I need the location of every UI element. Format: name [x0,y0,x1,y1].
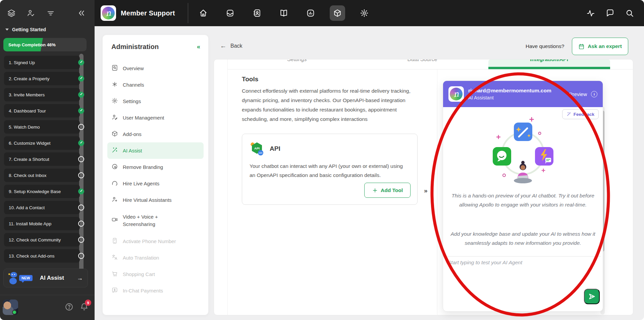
setup-completion-percent: 46% [47,42,56,47]
sidebar-footer: 9 [0,295,95,320]
api-hexagon-icon: API </> [250,141,264,156]
step-watch-demo[interactable]: 5. Watch Demo [4,120,80,134]
tab-data-source[interactable]: Data Source [408,59,437,62]
overview-icon [111,64,118,72]
collapse-panel-icon[interactable]: « [197,43,200,50]
active-tab-underline [488,67,610,69]
api-card-description: Your chatbot can interact with any API (… [250,162,410,180]
menu-item-settings[interactable]: Settings [107,93,204,109]
plus-icon [372,187,378,193]
ai-bot-illustration [483,116,563,189]
step-check-inbox[interactable]: 8. Check out Inbox [4,169,80,182]
sidebar-toolbar [0,0,95,26]
robot-icon [8,271,18,285]
getting-started-list: 1. Signed Up 2. Create a Property 3. Inv… [4,56,80,265]
collapse-sidebar-icon[interactable] [77,9,86,17]
step-status-icon [78,124,84,130]
notification-count-badge: 9 [85,300,91,306]
step-dashboard-tour[interactable]: 4. Dashboard Tour [4,104,80,118]
menu-item-shopping-cart[interactable]: Shopping Cart [107,266,204,282]
arrow-right-icon: → [77,275,83,282]
step-signed-up[interactable]: 1. Signed Up [4,56,80,69]
menu-item-ai-assist[interactable]: AI Assist [107,142,204,159]
step-create-property[interactable]: 2. Create a Property [4,72,80,85]
menu-item-remove-branding[interactable]: Remove Branding [107,159,204,175]
chat-account-email: richard@membermomentum.com [468,88,551,94]
topbar: n Member Support [95,0,644,26]
home-icon[interactable] [196,5,211,21]
menu-item-user-management[interactable]: User Management [107,109,204,126]
main-area: Administration « Overview Channels Setti… [95,26,644,320]
activity-icon[interactable] [586,9,595,17]
online-status-dot [12,310,17,315]
chat-assistant-name: AI Assistant [468,95,551,100]
feedback-button[interactable]: Feedback [562,109,599,119]
menu-item-activate-phone-number[interactable]: Activate Phone Number [107,233,204,249]
ask-an-expert-button[interactable]: Ask an expert [572,38,628,55]
menu-item-in-chat-payments[interactable]: In-Chat Payments [107,282,204,299]
menu-item-video-voice-screensharing[interactable]: Video + Voice + Screensharing [107,208,204,233]
brand[interactable]: n Member Support [101,5,175,21]
tab-integration-api[interactable]: Integration/API [530,59,568,62]
step-status-icon [78,221,84,227]
contacts-icon[interactable] [249,5,265,21]
filter-icon[interactable] [46,9,55,17]
tab-bar: Settings Data Source Integration/API [214,59,633,69]
person-check-icon[interactable] [26,9,35,17]
remove-branding-icon [111,163,118,171]
step-check-community[interactable]: 12. Check out Community [4,233,80,246]
step-invite-members[interactable]: 3. Invite Members [4,88,80,101]
send-message-button[interactable] [584,289,600,304]
step-status-icon [78,237,84,243]
info-icon[interactable]: i [591,91,597,97]
api-card-title: API [270,145,280,152]
translate-icon [111,254,118,262]
step-status-icon [78,59,84,65]
step-check-addons[interactable]: 13. Check out Add-ons [4,249,80,263]
channels-icon [111,81,118,89]
tools-description: Connect effortlessly with external platf… [242,86,419,124]
step-add-contact[interactable]: 10. Add a Contact [4,201,80,214]
reports-icon[interactable] [303,5,318,21]
chat-bubble-icon[interactable] [606,9,614,17]
getting-started-header[interactable]: Getting Started [5,27,46,32]
pane-divider [437,69,437,315]
menu-item-hire-live-agents[interactable]: Hire Live Agents [107,175,204,192]
settings-gear-icon[interactable] [357,5,372,21]
back-button[interactable]: ← Back [220,42,243,50]
headset-icon [111,180,118,187]
topbar-right-icons [586,0,634,26]
setup-completion-progress: Setup Completion 46% [3,38,87,51]
menu-item-channels[interactable]: Channels [107,77,204,93]
menu-item-auto-translation[interactable]: Auto Translation [107,249,204,266]
menu-item-hire-virtual-assistants[interactable]: Hire Virtual Assistants [107,192,204,208]
step-create-shortcut[interactable]: 7. Create a Shortcut [4,152,80,166]
calendar-icon [578,43,585,50]
chat-input[interactable] [448,260,575,290]
app-window: Getting Started Setup Completion 46% 1. … [0,0,644,320]
menu-item-overview[interactable]: Overview [107,60,204,77]
inbox-icon[interactable] [222,5,238,21]
getting-started-title: Getting Started [12,27,46,32]
addons-icon[interactable] [330,5,345,21]
search-icon[interactable] [625,9,634,17]
tab-settings[interactable]: Settings [287,59,307,62]
add-tool-button[interactable]: Add Tool [364,183,411,198]
step-install-mobile-app[interactable]: 11. Install Mobile App [4,217,80,230]
knowledge-base-icon[interactable] [276,5,291,21]
video-camera-icon [111,216,118,225]
expand-pane-icon[interactable]: » [424,187,427,194]
ai-assist-promo-card[interactable]: NEW AI Assist → [3,269,88,287]
step-status-icon [78,253,84,259]
notifications-bell-icon[interactable]: 9 [80,303,89,311]
chat-input-divider [445,256,601,257]
menu-item-addons[interactable]: Add-ons [107,126,204,142]
help-icon[interactable] [65,303,73,311]
layers-icon[interactable] [7,9,16,17]
step-status-icon [78,108,84,114]
step-customize-widget[interactable]: 6. Customize Widget [4,136,80,150]
administration-title: Administration [111,43,159,51]
step-status-icon [78,172,84,178]
step-setup-knowledge-base[interactable]: 9. Setup Knowledge Base [4,185,80,198]
send-plane-icon [588,292,596,301]
